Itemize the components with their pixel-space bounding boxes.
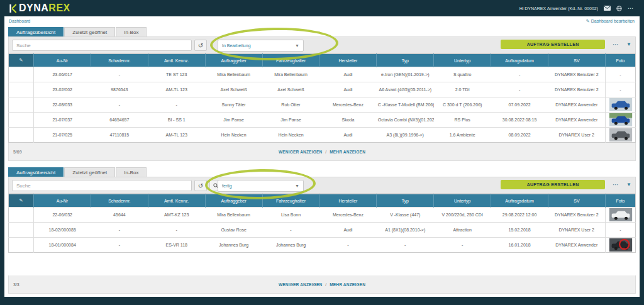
pencil-icon: ✎: [19, 58, 23, 62]
table-cell: 21-07/025: [34, 128, 91, 143]
table-cell: Mira Bellenbaum: [205, 67, 262, 82]
column-header[interactable]: Typ: [377, 194, 434, 208]
create-order-button[interactable]: AUFTRAG ERSTELLEN: [501, 40, 605, 49]
show-more-link[interactable]: MEHR ANZEIGEN: [330, 282, 365, 287]
column-header[interactable]: Hersteller: [319, 194, 377, 208]
table-row[interactable]: 21-07/02547110815AM-TL 123Hein NeckenHei…: [9, 128, 636, 143]
app-window: DYNAREX Hi DYNAREX Anwender (Kd.-Nr. 000…: [4, 0, 640, 297]
create-order-button[interactable]: AUFTRAG ERSTELLEN: [501, 180, 605, 189]
vehicle-photo: [609, 208, 633, 221]
column-header[interactable]: Auftraggeber: [205, 54, 262, 67]
table-cell: Axel Schweiß: [205, 82, 262, 97]
more-actions-icon[interactable]: ⋯: [613, 182, 619, 188]
column-header[interactable]: SV: [548, 54, 606, 67]
table-row[interactable]: 22-06/03245644AMT-KZ 123Mira BellenbaumL…: [9, 208, 636, 223]
table-cell: AM-TL 123: [148, 128, 205, 143]
column-header[interactable]: Fahrzeughalter: [262, 194, 319, 208]
column-header[interactable]: Amtl. Kennz.: [148, 194, 205, 208]
dashboard-content: Auftragsübersicht Zuletzt geöffnet In-Bo…: [4, 26, 640, 294]
column-header[interactable]: Au-Nr: [34, 194, 91, 208]
vehicle-photo: [609, 238, 633, 252]
column-header[interactable]: Foto: [606, 54, 636, 67]
table-cell: DYNAREX Anwender: [548, 238, 606, 253]
column-header[interactable]: SV: [548, 194, 606, 208]
reset-search-button[interactable]: ↺: [194, 180, 207, 191]
column-header[interactable]: Foto: [606, 194, 636, 208]
row-edit-cell: [9, 223, 34, 238]
table-row[interactable]: 18-02/000085--Gustav Rose-AudiA1 (8X1)(0…: [9, 223, 636, 238]
tab-zuletzt-geoeffnet[interactable]: Zuletzt geöffnet: [64, 167, 115, 177]
breadcrumb[interactable]: Dashboard: [9, 19, 30, 23]
row-edit-cell: [9, 128, 34, 143]
table-cell: DYNAREX Anwender: [548, 97, 606, 113]
column-header[interactable]: Auftragsdatum: [491, 194, 548, 208]
table-cell: -: [491, 82, 548, 97]
table-cell: Sunny Täter: [205, 97, 262, 113]
tab-auftragsuebersicht[interactable]: Auftragsübersicht: [8, 27, 64, 36]
column-header[interactable]: Au-Nr: [34, 54, 91, 67]
table-cell: 08.09.2022: [491, 128, 548, 143]
more-options-icon[interactable]: ⋯: [628, 6, 633, 11]
table-cell: 16.01.2018: [491, 238, 548, 253]
mail-icon[interactable]: [604, 6, 611, 11]
column-header[interactable]: Auftragsdatum: [491, 54, 548, 67]
table-cell: V -Klasse (447): [377, 208, 434, 223]
top-bar: DYNAREX Hi DYNAREX Anwender (Kd.-Nr. 000…: [4, 0, 640, 16]
table-cell: Gustav Rose: [205, 223, 262, 238]
table-cell: DYNAREX Benutzer 2: [548, 82, 606, 97]
edit-dashboard-link[interactable]: ✎Dashboard bearbeiten: [586, 19, 635, 24]
widget-toolbar: ↺ fertig ▼ AUFTRAG ERSTELLEN ⋯ ▼: [8, 177, 636, 194]
orders-table-wrap: ✎ Au-Nr Schadennr. Amtl. Kennz. Auftragg…: [8, 194, 636, 275]
show-more-link[interactable]: MEHR ANZEIGEN: [330, 150, 365, 154]
column-header[interactable]: Amtl. Kennz.: [148, 54, 205, 67]
table-cell: 64654657: [91, 113, 148, 128]
status-filter-dropdown[interactable]: fertig ▼: [218, 180, 304, 192]
column-header[interactable]: Schadennr.: [91, 194, 148, 208]
chevron-down-icon: ▼: [295, 43, 299, 48]
app-logo: DYNAREX: [9, 3, 70, 14]
show-less-link[interactable]: WENIGER ANZEIGEN: [279, 282, 322, 287]
edit-column-header: ✎: [9, 194, 34, 208]
photo-cell: -: [606, 82, 636, 97]
search-input[interactable]: [12, 180, 192, 191]
column-header[interactable]: Untertyp: [434, 194, 491, 208]
tab-auftragsuebersicht[interactable]: Auftragsübersicht: [8, 167, 64, 177]
column-header[interactable]: Auftraggeber: [205, 194, 262, 208]
logo-k-icon: [9, 4, 17, 13]
table-cell: V 200/220d, 250 CDI: [434, 208, 491, 223]
table-cell: Lisa Bonn: [262, 208, 319, 223]
column-header[interactable]: Typ: [377, 54, 434, 67]
table-row[interactable]: 23-02/0029876543AM-TL 123Axel SchweißAxe…: [9, 82, 636, 97]
tab-zuletzt-geoeffnet[interactable]: Zuletzt geöffnet: [64, 27, 115, 36]
table-cell: A6 Avant (4G5)(05.2011->): [377, 82, 434, 97]
reset-search-button[interactable]: ↺: [194, 40, 207, 51]
table-cell: DYNAREX Anwender: [548, 113, 606, 128]
no-photo: -: [619, 228, 621, 232]
collapse-widget-icon[interactable]: ▼: [626, 182, 631, 187]
table-row[interactable]: 21-07/03764654657BI - SS 1Jim PanseJim P…: [9, 113, 636, 128]
table-cell: -: [434, 238, 491, 253]
tab-in-box[interactable]: In-Box: [116, 167, 147, 177]
breadcrumb-row: Dashboard ✎Dashboard bearbeiten: [4, 16, 640, 26]
table-row[interactable]: 18-01/000084-ES-VR 118Johannes BurgJohan…: [9, 238, 636, 253]
column-header[interactable]: Fahrzeughalter: [262, 54, 319, 67]
tab-in-box[interactable]: In-Box: [116, 27, 147, 36]
search-input[interactable]: [12, 40, 192, 51]
status-filter-value: In Bearbeitung: [222, 43, 251, 48]
column-header[interactable]: Schadennr.: [91, 54, 148, 67]
column-header[interactable]: Hersteller: [319, 54, 377, 67]
table-cell: 23-02/002: [34, 82, 91, 97]
widget-tabs: Auftragsübersicht Zuletzt geöffnet In-Bo…: [8, 167, 636, 177]
show-less-link[interactable]: WENIGER ANZEIGEN: [279, 150, 322, 154]
table-row[interactable]: 22-08/033--Sunny TäterRob OtterMercedes-…: [9, 97, 636, 113]
orders-table: ✎ Au-Nr Schadennr. Amtl. Kennz. Auftragg…: [8, 53, 636, 143]
status-filter-dropdown[interactable]: In Bearbeitung ▼: [218, 40, 304, 52]
column-header[interactable]: Untertyp: [434, 54, 491, 67]
row-edit-cell: [9, 113, 34, 128]
more-actions-icon[interactable]: ⋯: [613, 42, 619, 48]
table-row[interactable]: 23-06/017-TE ST 123Mira BellenbaumMira B…: [9, 67, 636, 82]
table-cell: 9876543: [91, 82, 148, 97]
collapse-widget-icon[interactable]: ▼: [626, 42, 631, 47]
globe-icon[interactable]: [616, 6, 622, 11]
table-cell: Johannes Burg: [205, 238, 262, 253]
